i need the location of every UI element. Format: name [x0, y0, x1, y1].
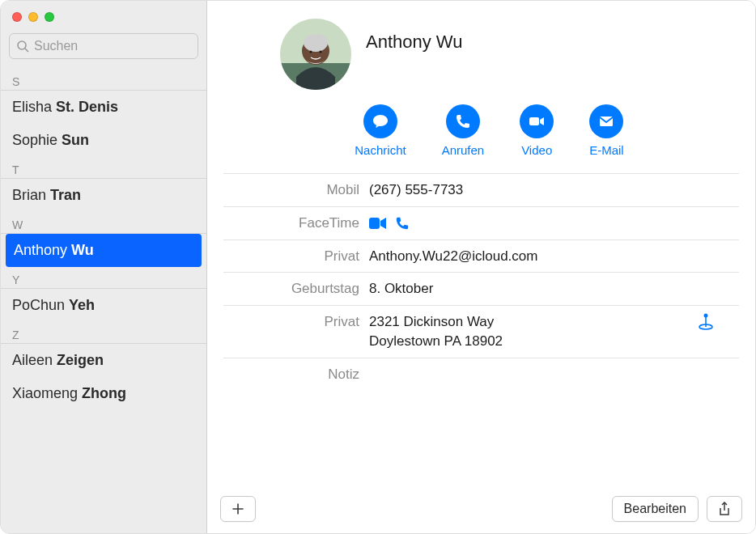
list-item[interactable]: Elisha St. Denis: [1, 91, 206, 124]
svg-point-6: [310, 51, 312, 53]
footer-bar: Bearbeiten: [207, 488, 755, 533]
field-value: 2321 Dickinson Way Doylestown PA 18902: [369, 312, 739, 351]
field-birthday[interactable]: Geburtstag 8. Oktober: [223, 272, 739, 305]
call-label: Anrufen: [442, 143, 485, 157]
video-icon: [528, 112, 546, 130]
video-icon[interactable]: [369, 217, 387, 230]
field-list: Mobil (267) 555-7733 FaceTime Privat An: [207, 173, 755, 391]
message-label: Nachricht: [355, 143, 406, 157]
action-row: Nachricht Anrufen Video: [223, 98, 755, 173]
share-icon: [718, 502, 731, 516]
list-item[interactable]: Sophie Sun: [1, 124, 206, 157]
list-item[interactable]: Xiaomeng Zhong: [1, 377, 206, 410]
field-label: Privat: [223, 312, 369, 351]
field-value: 8. Oktober: [369, 279, 739, 299]
email-button[interactable]: E-Mail: [589, 104, 624, 157]
list-item[interactable]: Aileen Zeigen: [1, 344, 206, 377]
list-item[interactable]: Anthony Wu: [6, 234, 202, 267]
svg-point-5: [304, 34, 328, 52]
field-label: Geburtstag: [223, 279, 369, 299]
svg-point-7: [320, 51, 322, 53]
search-wrapper: [1, 30, 206, 69]
field-note[interactable]: Notiz: [223, 358, 739, 391]
list-item[interactable]: Brian Tran: [1, 179, 206, 212]
svg-rect-10: [369, 218, 380, 229]
search-field[interactable]: [9, 33, 198, 59]
plus-icon: [231, 502, 244, 515]
field-label: Mobil: [223, 180, 369, 200]
sidebar: SElisha St. DenisSophie SunTBrian TranWA…: [1, 1, 207, 533]
avatar[interactable]: [280, 19, 351, 90]
contact-detail-pane: Anthony Wu Nachricht Anrufen: [207, 1, 755, 533]
field-address[interactable]: Privat 2321 Dickinson Way Doylestown PA …: [223, 305, 739, 358]
svg-rect-8: [529, 117, 539, 125]
share-button[interactable]: [707, 496, 742, 522]
section-header: Z: [1, 327, 206, 344]
contacts-list[interactable]: SElisha St. DenisSophie SunTBrian TranWA…: [1, 69, 206, 533]
minimize-window-button[interactable]: [28, 12, 38, 22]
facetime-icons: [369, 214, 739, 233]
email-label: E-Mail: [589, 143, 624, 157]
section-header: Y: [1, 272, 206, 289]
edit-button[interactable]: Bearbeiten: [612, 496, 699, 522]
search-input[interactable]: [34, 39, 191, 53]
contacts-window: SElisha St. DenisSophie SunTBrian TranWA…: [1, 1, 755, 533]
list-item[interactable]: PoChun Yeh: [1, 289, 206, 322]
close-window-button[interactable]: [12, 12, 22, 22]
fullscreen-window-button[interactable]: [45, 12, 54, 22]
field-facetime[interactable]: FaceTime: [223, 206, 739, 239]
contact-name: Anthony Wu: [366, 32, 462, 53]
field-label: FaceTime: [223, 214, 369, 233]
video-button[interactable]: Video: [520, 104, 554, 157]
section-header: W: [1, 217, 206, 234]
field-label: Privat: [223, 247, 369, 266]
svg-point-13: [704, 314, 708, 318]
contact-header: Anthony Wu: [207, 1, 755, 98]
email-icon: [597, 112, 615, 130]
field-email[interactable]: Privat Anthony.Wu22@icloud.com: [223, 239, 739, 273]
svg-line-1: [25, 49, 28, 52]
section-header: T: [1, 162, 206, 179]
call-button[interactable]: Anrufen: [442, 104, 485, 157]
field-value: [369, 365, 739, 384]
message-button[interactable]: Nachricht: [355, 104, 406, 157]
phone-icon[interactable]: [395, 216, 410, 231]
field-label: Notiz: [223, 365, 369, 384]
message-icon: [372, 112, 389, 130]
field-value: Anthony.Wu22@icloud.com: [369, 247, 739, 266]
phone-icon: [455, 113, 471, 129]
field-mobile[interactable]: Mobil (267) 555-7733: [223, 173, 739, 206]
video-label: Video: [521, 143, 552, 157]
section-header: S: [1, 74, 206, 91]
add-button[interactable]: [220, 496, 256, 522]
field-value: (267) 555-7733: [369, 180, 739, 200]
search-icon: [16, 40, 29, 53]
map-pin-icon[interactable]: [697, 312, 715, 333]
window-controls: [1, 1, 206, 30]
